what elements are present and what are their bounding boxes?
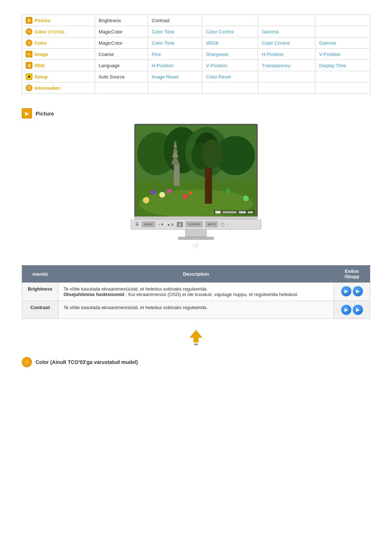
nav-image-reset: Image Reset bbox=[148, 71, 202, 82]
nav-row-setup: ▦ Setup Auto Source Image Reset Color Re… bbox=[22, 71, 370, 82]
monitor-extra: ◦ bbox=[227, 223, 228, 226]
monitor-source-label: SOURCE bbox=[186, 222, 203, 227]
color-icon: ☉ bbox=[26, 40, 32, 46]
contrast-arrow-right[interactable]: ▶ bbox=[353, 305, 363, 315]
arrow-head bbox=[189, 330, 203, 338]
monitor-screen bbox=[134, 124, 258, 216]
nav-vposition: V-Position bbox=[315, 49, 370, 60]
hand-cursor-icon: ☞ bbox=[191, 240, 201, 251]
desc-brightness-esitus: ▶ ▶ bbox=[334, 283, 370, 301]
nav-color-reset: Color Reset bbox=[202, 71, 258, 82]
svg-point-16 bbox=[201, 139, 223, 168]
picture-section-label: Picture bbox=[36, 110, 54, 117]
nav-row-information: ⓘ Information bbox=[22, 82, 370, 94]
svg-point-18 bbox=[167, 189, 171, 194]
nav-hpos: H-Position bbox=[148, 60, 202, 71]
desc-row-brightness: Brightness Te võite kasutada ekraanimenü… bbox=[22, 283, 370, 301]
image-icon: ⇨ bbox=[26, 51, 32, 57]
desc-header-menu: menüü bbox=[22, 266, 58, 283]
nav-color-tco-cell: ☉ Color (TCO'03) bbox=[22, 26, 95, 37]
monitor-power-icon: ◯ bbox=[221, 223, 224, 226]
up-arrow-container: UP bbox=[22, 330, 370, 346]
nav-empty-setup-1 bbox=[258, 71, 315, 82]
arrow-body bbox=[193, 338, 199, 343]
desc-header-esitus: Esitus /Stopp bbox=[334, 266, 370, 283]
nav-fine: Fine bbox=[148, 49, 202, 60]
nav-row-color: ☉ Color MagicColor Color Tone sRGB Color… bbox=[22, 37, 370, 49]
nav-magic-color-1: MagicColor bbox=[95, 26, 148, 37]
nav-display-time: Display Time bbox=[315, 60, 370, 71]
nav-color-tone-2: Color Tone bbox=[148, 37, 202, 49]
nav-info-empty-4 bbox=[258, 82, 315, 94]
nav-coarse: Coarse bbox=[95, 49, 148, 60]
contrast-arrows: ▶ ▶ bbox=[339, 305, 365, 315]
nav-picture-label: Picture bbox=[34, 18, 50, 23]
desc-row-contrast: Contrast Te võite kasutada ekraanimenüüs… bbox=[22, 301, 370, 319]
svg-point-17 bbox=[159, 192, 165, 198]
brightness-arrow-left[interactable]: ▶ bbox=[341, 286, 351, 296]
nav-info-empty-5 bbox=[315, 82, 370, 94]
svg-point-21 bbox=[226, 189, 231, 194]
nav-color-tone-1: Color Tone bbox=[148, 26, 202, 37]
svg-point-22 bbox=[151, 190, 155, 195]
nav-info-empty-2 bbox=[148, 82, 202, 94]
nav-row-picture: ▶ Picture Brightness Contrast bbox=[22, 15, 370, 26]
desc-contrast-plain: Te võite kasutada ekraanimenüüsid, et he… bbox=[64, 305, 208, 310]
desc-brightness-name: Brightness bbox=[22, 283, 58, 301]
monitor-brightness-icon: ☼▼ bbox=[158, 223, 164, 226]
nav-vpos: V-Position bbox=[202, 60, 258, 71]
contrast-arrow-left[interactable]: ▶ bbox=[341, 305, 351, 315]
svg-rect-28 bbox=[239, 211, 246, 213]
nav-picture-cell: ▶ Picture bbox=[22, 15, 95, 26]
nav-row-color-tco: ☉ Color (TCO'03) MagicColor Color Tone C… bbox=[22, 26, 370, 37]
nav-magic-color-2: MagicColor bbox=[95, 37, 148, 49]
desc-brightness-description: Te võite kasutada ekraanimenüüsid, et he… bbox=[58, 283, 334, 301]
desc-header-description: Description bbox=[58, 266, 334, 283]
nav-contrast: Contrast bbox=[148, 15, 202, 26]
nav-setup-label: Setup bbox=[34, 74, 48, 80]
osd-icon: ▮ bbox=[26, 62, 32, 69]
nav-osd-label: OSD bbox=[34, 63, 45, 68]
desc-contrast-esitus: ▶ ▶ bbox=[334, 301, 370, 319]
info-icon: ⓘ bbox=[26, 85, 32, 91]
brightness-arrow-right[interactable]: ▶ bbox=[353, 286, 363, 296]
picture-section-icon: ▶ bbox=[22, 108, 32, 118]
garden-image bbox=[135, 125, 257, 216]
nav-setup-cell: ▦ Setup bbox=[22, 71, 95, 82]
nav-auto-source: Auto Source bbox=[95, 71, 148, 82]
desc-brightness-plain: Te võite kasutada ekraanimenüüsid, et he… bbox=[64, 286, 208, 292]
monitor-menu-label: MENU bbox=[142, 222, 155, 227]
desc-contrast-name: Contrast bbox=[22, 301, 58, 319]
color-tco-section-icon: ☉ bbox=[22, 357, 32, 367]
nav-hposition: H-Position bbox=[258, 49, 315, 60]
nav-brightness: Brightness bbox=[95, 15, 148, 26]
nav-gamma-1: Gamma bbox=[258, 26, 315, 37]
nav-empty-setup-2 bbox=[315, 71, 370, 82]
monitor-auto-label: AUTO bbox=[205, 222, 218, 227]
nav-osd-cell: ▮ OSD bbox=[22, 60, 95, 71]
monitor-menu-icon: ☰ bbox=[135, 222, 139, 227]
nav-info-empty-3 bbox=[202, 82, 258, 94]
nav-color-tco-label: Color (TCO'03) bbox=[34, 29, 64, 35]
nav-srgb: sRGB bbox=[202, 37, 258, 49]
monitor-bottom-bar bbox=[134, 216, 258, 219]
picture-section-header: ▶ Picture bbox=[22, 108, 370, 118]
svg-rect-29 bbox=[248, 211, 253, 213]
setup-icon: ▦ bbox=[26, 73, 32, 80]
up-text: UP bbox=[194, 343, 198, 346]
navigation-table: ▶ Picture Brightness Contrast ☉ Color (T… bbox=[22, 15, 370, 94]
monitor-base bbox=[178, 237, 214, 240]
monitor-container: ☰ MENU ☼▼ ▲ ◎ ▤ SOURCE AUTO ◯ ◦ ☞ bbox=[131, 124, 261, 251]
desc-brightness-bold: Otsejuhtimise funktsioonid bbox=[64, 292, 124, 297]
nav-image-label: Image bbox=[34, 52, 48, 57]
nav-color-label: Color bbox=[34, 40, 47, 46]
svg-rect-26 bbox=[215, 211, 221, 214]
brightness-arrows: ▶ ▶ bbox=[339, 286, 365, 296]
svg-point-24 bbox=[243, 195, 249, 201]
nav-empty-tco bbox=[315, 26, 370, 37]
nav-language: Language bbox=[95, 60, 148, 71]
monitor-stand-assembly bbox=[178, 230, 214, 240]
nav-color-cell: ☉ Color bbox=[22, 37, 95, 49]
nav-color-control-2: Color Control bbox=[258, 37, 315, 49]
color-section-header: ☉ Color (Ainult TCO'03'ga varustatud mud… bbox=[22, 357, 370, 367]
